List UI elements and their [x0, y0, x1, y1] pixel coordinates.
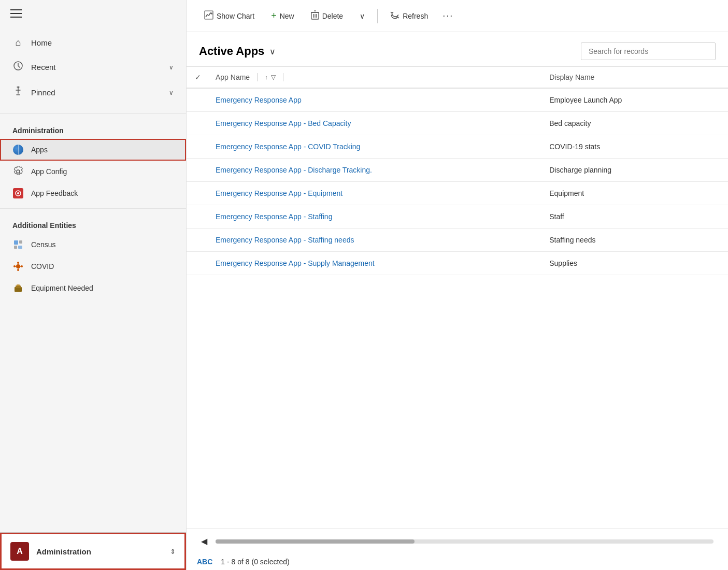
- row-appname-cell: Emergency Response App - Discharge Track…: [207, 159, 541, 182]
- row-appname-cell: Emergency Response App - Bed Capacity: [207, 112, 541, 135]
- row-appname-cell: Emergency Response App - Equipment: [207, 182, 541, 205]
- delete-button[interactable]: Delete: [304, 6, 350, 26]
- horizontal-scrollbar[interactable]: [216, 539, 713, 544]
- content-title-chevron-icon[interactable]: ∨: [269, 47, 276, 56]
- sidebar-item-apps-label: Apps: [31, 146, 48, 154]
- pagination-scroll-bar: ◀: [187, 529, 728, 553]
- pagination-info: 1 - 8 of 8 (0 selected): [221, 558, 289, 566]
- sidebar-item-covid[interactable]: COVID: [0, 255, 186, 277]
- row-checkbox-cell: [187, 229, 207, 252]
- row-checkbox-cell: [187, 252, 207, 275]
- apps-table: ✓ App Name ↑ ▽ Display Name: [187, 67, 728, 275]
- toolbar: Show Chart + New Delete ∨: [187, 0, 728, 32]
- sort-asc-icon[interactable]: ↑: [265, 74, 268, 80]
- new-button[interactable]: + New: [264, 6, 302, 25]
- app-feedback-icon: [12, 188, 24, 199]
- table-row: Emergency Response AppEmployee Launch Ap…: [187, 88, 728, 112]
- row-checkbox-cell: [187, 159, 207, 182]
- row-appname-cell: Emergency Response App - Staffing: [207, 205, 541, 229]
- svg-point-10: [17, 269, 19, 271]
- abc-sort-button[interactable]: ABC: [197, 558, 212, 566]
- check-all-icon[interactable]: ✓: [195, 73, 201, 81]
- svg-rect-5: [19, 240, 22, 244]
- covid-icon: [12, 261, 24, 272]
- row-displayname-cell: Staffing needs: [541, 229, 728, 252]
- row-checkbox-cell: [187, 182, 207, 205]
- row-displayname-cell: COVID-19 stats: [541, 135, 728, 159]
- app-name-link[interactable]: Emergency Response App - Staffing needs: [216, 236, 354, 244]
- row-appname-cell: Emergency Response App - Supply Manageme…: [207, 252, 541, 275]
- footer-chevron-icon: ⇕: [170, 548, 176, 555]
- row-displayname-cell: Equipment: [541, 182, 728, 205]
- svg-rect-7: [18, 246, 22, 249]
- table-col-appname: App Name ↑ ▽: [207, 67, 541, 88]
- table-row: Emergency Response App - EquipmentEquipm…: [187, 182, 728, 205]
- row-displayname-cell: Staff: [541, 205, 728, 229]
- filter-icon[interactable]: ▽: [271, 74, 276, 81]
- scroll-thumb: [216, 539, 415, 544]
- displayname-col-label: Display Name: [549, 73, 594, 81]
- row-checkbox-cell: [187, 205, 207, 229]
- app-name-link[interactable]: Emergency Response App: [216, 96, 302, 104]
- scroll-left-button[interactable]: ◀: [197, 534, 211, 548]
- show-chart-button[interactable]: Show Chart: [197, 6, 262, 26]
- more-options-button[interactable]: ···: [437, 6, 459, 25]
- delete-trash-icon: [311, 10, 319, 22]
- content-header: Active Apps ∨: [187, 32, 728, 67]
- app-config-gear-icon: [12, 166, 24, 177]
- row-displayname-cell: Supplies: [541, 252, 728, 275]
- app-name-link[interactable]: Emergency Response App - COVID Tracking: [216, 142, 360, 151]
- svg-point-3: [17, 192, 19, 194]
- svg-rect-19: [17, 284, 20, 286]
- footer-label: Administration: [36, 547, 163, 556]
- administration-section-title: Administration: [0, 118, 186, 139]
- sidebar-item-app-config[interactable]: App Config: [0, 161, 186, 182]
- table-row: Emergency Response App - Discharge Track…: [187, 159, 728, 182]
- sidebar-item-census[interactable]: Census: [0, 234, 186, 255]
- sidebar-item-app-feedback-label: App Feedback: [31, 189, 78, 197]
- sidebar-item-equipment-needed[interactable]: Equipment Needed: [0, 277, 186, 299]
- equipment-needed-icon: [12, 282, 24, 294]
- pinned-chevron-icon: ∨: [169, 89, 174, 96]
- refresh-button[interactable]: Refresh: [383, 6, 435, 26]
- table-row: Emergency Response App - StaffingStaff: [187, 205, 728, 229]
- page-info-bar: ABC 1 - 8 of 8 (0 selected): [187, 553, 728, 570]
- app-name-link[interactable]: Emergency Response App - Supply Manageme…: [216, 259, 375, 267]
- search-input[interactable]: [581, 42, 716, 60]
- new-label: New: [280, 12, 294, 20]
- sidebar-item-home[interactable]: ⌂ Home: [0, 31, 186, 54]
- table-row: Emergency Response App - COVID TrackingC…: [187, 135, 728, 159]
- col-separator-2: [283, 73, 283, 81]
- row-displayname-cell: Discharge planning: [541, 159, 728, 182]
- row-appname-cell: Emergency Response App - Staffing needs: [207, 229, 541, 252]
- hamburger-menu-button[interactable]: [10, 9, 22, 18]
- svg-point-1: [18, 87, 19, 88]
- app-name-link[interactable]: Emergency Response App - Discharge Track…: [216, 166, 372, 174]
- sidebar-item-pinned-label: Pinned: [31, 88, 162, 97]
- sidebar-item-pinned[interactable]: Pinned ∨: [0, 80, 186, 105]
- row-checkbox-cell: [187, 135, 207, 159]
- app-name-link[interactable]: Emergency Response App - Equipment: [216, 189, 342, 197]
- sidebar-item-census-label: Census: [31, 240, 55, 249]
- sidebar-item-app-feedback[interactable]: App Feedback: [0, 182, 186, 204]
- svg-point-8: [16, 264, 20, 268]
- table-col-displayname: Display Name: [541, 67, 728, 88]
- footer-administration-button[interactable]: A Administration ⇕: [0, 533, 186, 570]
- sidebar-item-apps[interactable]: Apps: [0, 139, 186, 161]
- main-content: Show Chart + New Delete ∨: [187, 0, 728, 570]
- table-row: Emergency Response App - Supply Manageme…: [187, 252, 728, 275]
- content-title: Active Apps: [199, 45, 264, 58]
- app-name-link[interactable]: Emergency Response App - Bed Capacity: [216, 119, 351, 127]
- app-name-link[interactable]: Emergency Response App - Staffing: [216, 212, 332, 221]
- svg-rect-4: [14, 240, 18, 245]
- sidebar-item-recent[interactable]: Recent ∨: [0, 54, 186, 80]
- svg-rect-6: [14, 246, 17, 249]
- row-displayname-cell: Employee Launch App: [541, 88, 728, 112]
- dropdown-button[interactable]: ∨: [352, 8, 372, 24]
- svg-point-12: [21, 265, 23, 267]
- sidebar-divider-1: [0, 113, 186, 114]
- col-separator: [257, 73, 258, 81]
- row-displayname-cell: Bed capacity: [541, 112, 728, 135]
- table-row: Emergency Response App - Staffing needsS…: [187, 229, 728, 252]
- pinned-icon: [12, 86, 24, 99]
